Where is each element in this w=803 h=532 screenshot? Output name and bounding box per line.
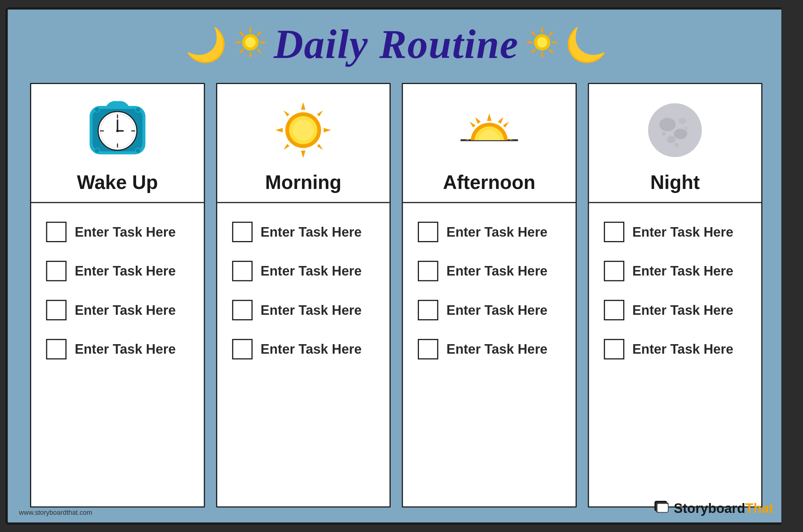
task-checkbox[interactable] — [418, 222, 438, 242]
task-label: Enter Task Here — [75, 224, 176, 240]
brand-name: StoryboardThat — [674, 500, 774, 516]
svg-line-15 — [532, 50, 535, 52]
columns-container: Wake Up Enter Task Here Enter Task Here … — [30, 83, 762, 507]
header-left-sun-icon — [234, 26, 267, 63]
sun-rising-icon — [456, 96, 523, 164]
task-checkbox[interactable] — [46, 339, 67, 360]
task-row: Enter Task Here — [604, 300, 747, 320]
svg-marker-49 — [487, 113, 491, 121]
column-wake-up: Wake Up Enter Task Here Enter Task Here … — [30, 83, 205, 507]
task-checkbox[interactable] — [604, 339, 624, 360]
svg-marker-43 — [284, 110, 289, 116]
svg-marker-42 — [275, 128, 283, 132]
task-row: Enter Task Here — [604, 261, 747, 281]
header-right-moon-icon: 🌙 — [566, 28, 607, 61]
task-row: Enter Task Here — [232, 222, 375, 242]
svg-marker-39 — [317, 144, 323, 150]
task-checkbox[interactable] — [46, 300, 67, 320]
column-wake-up-header: Wake Up — [31, 84, 204, 203]
task-label: Enter Task Here — [632, 341, 733, 357]
svg-line-11 — [550, 32, 552, 35]
moon-icon — [642, 96, 709, 164]
task-label: Enter Task Here — [632, 263, 733, 279]
svg-point-58 — [478, 130, 500, 153]
task-row: Enter Task Here — [232, 261, 375, 281]
task-label: Enter Task Here — [446, 341, 547, 357]
task-row: Enter Task Here — [232, 300, 375, 320]
task-label: Enter Task Here — [260, 341, 361, 357]
task-checkbox[interactable] — [604, 300, 624, 320]
svg-marker-37 — [317, 110, 323, 116]
task-checkbox[interactable] — [232, 261, 252, 281]
svg-point-32 — [94, 107, 99, 112]
task-checkbox[interactable] — [418, 300, 438, 320]
task-label: Enter Task Here — [446, 263, 547, 279]
footer-website: www.storyboardthat.com — [19, 509, 92, 516]
task-label: Enter Task Here — [632, 302, 733, 318]
column-afternoon-header: Afternoon — [403, 84, 575, 203]
column-afternoon: Afternoon Enter Task Here Enter Task Her… — [402, 83, 576, 507]
column-morning-title: Morning — [265, 171, 342, 193]
svg-point-63 — [667, 135, 676, 143]
task-checkbox[interactable] — [604, 261, 624, 281]
column-night-title: Night — [650, 171, 700, 193]
svg-line-5 — [240, 50, 243, 52]
task-checkbox[interactable] — [418, 261, 438, 281]
svg-line-13 — [550, 50, 552, 52]
header-right-sun-icon — [525, 26, 559, 63]
task-checkbox[interactable] — [46, 222, 67, 242]
svg-point-61 — [660, 118, 676, 131]
task-checkbox[interactable] — [232, 222, 252, 242]
column-afternoon-title: Afternoon — [443, 171, 536, 193]
clock-icon — [84, 96, 151, 164]
svg-marker-36 — [301, 102, 306, 109]
task-label: Enter Task Here — [260, 302, 361, 318]
svg-line-3 — [258, 50, 260, 52]
task-row: Enter Task Here — [604, 339, 747, 360]
task-checkbox[interactable] — [418, 339, 438, 360]
task-label: Enter Task Here — [260, 224, 361, 240]
column-morning-body: Enter Task Here Enter Task Here Enter Ta… — [217, 203, 390, 507]
column-morning: Morning Enter Task Here Enter Task Here … — [216, 83, 391, 507]
column-afternoon-body: Enter Task Here Enter Task Here Enter Ta… — [403, 203, 575, 507]
header-left-moon-icon: 🌙 — [185, 28, 227, 61]
svg-point-60 — [648, 103, 702, 157]
svg-rect-70 — [657, 504, 668, 512]
task-row: Enter Task Here — [418, 222, 561, 242]
brand-logo-icon — [654, 500, 670, 517]
task-checkbox[interactable] — [604, 222, 624, 242]
sun-full-icon — [270, 96, 337, 164]
task-checkbox[interactable] — [232, 300, 252, 320]
svg-marker-41 — [284, 144, 289, 150]
task-row: Enter Task Here — [232, 339, 375, 360]
svg-line-17 — [532, 32, 535, 35]
column-wake-up-title: Wake Up — [77, 171, 158, 193]
svg-point-35 — [135, 148, 140, 153]
poster: 🌙 — [6, 7, 781, 525]
task-label: Enter Task Here — [260, 263, 361, 279]
svg-point-19 — [537, 37, 547, 47]
brand-logo: StoryboardThat — [654, 500, 774, 517]
task-row: Enter Task Here — [604, 222, 747, 242]
task-label: Enter Task Here — [446, 302, 547, 318]
svg-marker-55 — [475, 117, 481, 124]
column-night: Night Enter Task Here Enter Task Here En… — [588, 83, 762, 507]
task-row: Enter Task Here — [46, 222, 189, 242]
svg-marker-38 — [324, 128, 331, 132]
task-row: Enter Task Here — [418, 261, 561, 281]
task-checkbox[interactable] — [46, 261, 67, 281]
svg-point-34 — [94, 148, 99, 153]
task-label: Enter Task Here — [75, 302, 176, 318]
svg-marker-40 — [301, 150, 306, 158]
svg-line-7 — [240, 32, 243, 35]
column-night-body: Enter Task Here Enter Task Here Enter Ta… — [589, 203, 761, 507]
column-wake-up-body: Enter Task Here Enter Task Here Enter Ta… — [31, 203, 204, 507]
task-checkbox[interactable] — [232, 339, 252, 360]
svg-point-9 — [245, 37, 255, 47]
svg-marker-54 — [498, 117, 503, 124]
svg-point-64 — [679, 118, 686, 124]
task-label: Enter Task Here — [446, 224, 547, 240]
svg-point-46 — [293, 120, 314, 141]
svg-point-33 — [135, 107, 140, 112]
task-row: Enter Task Here — [418, 300, 561, 320]
